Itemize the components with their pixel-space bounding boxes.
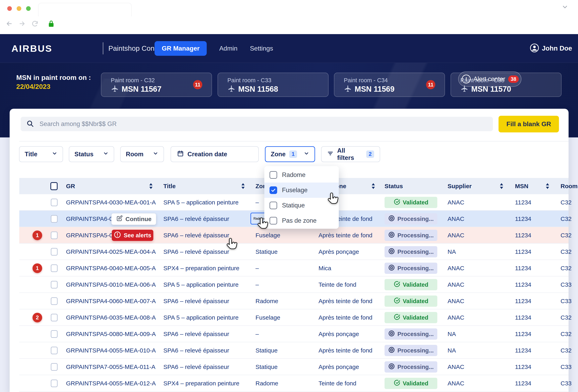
tab-gr-manager[interactable]: GR Manager: [154, 41, 207, 56]
filter-all-filters-button[interactable]: All filters 2: [321, 146, 380, 162]
close-window-icon[interactable]: [7, 6, 12, 11]
supplier-value: ANAC: [447, 276, 464, 293]
gr-id[interactable]: GRPAINTSPA5-005: [66, 227, 119, 244]
row-checkbox[interactable]: [51, 359, 58, 375]
zone-value: –: [255, 260, 259, 276]
room-value: C33: [561, 375, 572, 392]
checkbox[interactable]: [270, 202, 277, 209]
maximize-window-icon[interactable]: [26, 6, 31, 11]
paint-room-label: Paint room - C33: [227, 77, 271, 84]
zone-value: Statique: [255, 359, 278, 375]
filter-status-label: Status: [74, 151, 94, 158]
room-value: C32: [561, 260, 572, 276]
gr-id[interactable]: GRPAINTSPA5-0080-MEA-009-A: [66, 326, 156, 342]
row-checkbox[interactable]: [51, 342, 58, 359]
filter-room-button[interactable]: Room: [120, 146, 164, 162]
checkbox[interactable]: [270, 217, 277, 224]
table-row[interactable]: GRPAINTSPA5-0080-MEA-009-ASPA6 – relevé …: [19, 326, 569, 342]
back-arrow-icon[interactable]: [6, 20, 13, 28]
reload-icon[interactable]: [31, 20, 39, 28]
row-checkbox[interactable]: [51, 227, 58, 244]
sort-msn[interactable]: [546, 178, 549, 194]
gr-id[interactable]: GRPAINTSPA4-0030-MEA-001-A: [66, 194, 156, 211]
milestone-value: Après teinte de fond: [319, 309, 373, 326]
gr-id[interactable]: GRPAINTSPA4-0060-MEA-007-A: [66, 293, 156, 309]
app-navbar: AIRBUS Paintshop Control Box GR Manager …: [0, 34, 578, 63]
zone-option-pas-de-zone[interactable]: Pas de zone: [264, 213, 339, 228]
filter-creation-date-button[interactable]: Creation date: [171, 146, 259, 162]
row-checkbox[interactable]: [51, 276, 58, 293]
paint-room-card[interactable]: Paint room - C32MSN 1156711: [101, 73, 212, 97]
table-row[interactable]: GRPAINTSPA4-0055-MEA-012-ASPX4 – prepara…: [19, 375, 569, 392]
gr-id[interactable]: GRPAINTSPA6-00: [66, 211, 116, 227]
gr-id[interactable]: GRPAINTSPA6-0035-MEA-008-A: [66, 309, 156, 326]
browser-tab[interactable]: [38, 3, 132, 16]
forward-arrow-icon[interactable]: [18, 20, 26, 28]
row-checkbox[interactable]: [51, 244, 58, 260]
minimize-window-icon[interactable]: [17, 6, 21, 11]
tab-settings[interactable]: Settings: [250, 45, 273, 52]
continue-button[interactable]: Continue: [111, 213, 156, 225]
filter-all-filters-label: All filters: [337, 147, 363, 162]
row-checkbox[interactable]: [51, 309, 58, 326]
status-badge: Processing...: [385, 262, 437, 274]
row-checkbox[interactable]: [51, 194, 58, 211]
table-row[interactable]: GRPAINTSPA4-0060-MEA-007-ASPA6 – relevé …: [19, 293, 569, 309]
room-value: C32: [561, 342, 572, 359]
gr-id[interactable]: GRPAINTSPA4-0025-MEA-004-A: [66, 244, 156, 260]
table-row[interactable]: GRPAINTSPA7-0055-MEA-011-ASPA6 – relevé …: [19, 359, 569, 375]
supplier-value: ANAC: [447, 211, 464, 227]
sort-title[interactable]: [241, 178, 245, 194]
chevron-down-icon[interactable]: [562, 4, 568, 11]
user-menu[interactable]: John Doe: [530, 34, 572, 63]
tab-admin[interactable]: Admin: [219, 45, 238, 52]
row-checkbox[interactable]: [51, 260, 58, 276]
row-checkbox[interactable]: [51, 211, 58, 227]
table-row[interactable]: 1GRPAINTSPA5-005SPA6 – relevé épaisseurF…: [19, 227, 569, 244]
checkbox[interactable]: [270, 186, 277, 194]
gr-id[interactable]: GRPAINTSPA4-0055-MEA-010-A: [66, 342, 156, 359]
status-badge: Validated: [385, 378, 437, 389]
milestone-value: Après ponçage: [319, 326, 359, 342]
row-checkbox[interactable]: [51, 326, 58, 342]
gr-id[interactable]: GRPAINTSPA7-0055-MEA-011-A: [66, 359, 155, 375]
milestone-value: Après teinte de fond: [319, 227, 373, 244]
fill-blank-gr-button[interactable]: Fill a blank GR: [498, 116, 559, 132]
gr-id[interactable]: GRPAINTSPA5-0010-MEA-006-A: [66, 276, 156, 293]
filter-creation-date-label: Creation date: [188, 151, 227, 158]
checkbox[interactable]: [270, 171, 277, 179]
user-name: John Doe: [542, 44, 572, 52]
search-bar[interactable]: [21, 117, 493, 131]
row-checkbox[interactable]: [51, 375, 58, 392]
gr-title: SPA6 – relevé épaisseur: [163, 211, 229, 227]
supplier-value: NA: [447, 342, 456, 359]
table-row[interactable]: GRPAINTSPA5-0010-MEA-006-ASPA 5 – applic…: [19, 276, 569, 293]
window-controls[interactable]: [7, 6, 31, 11]
alert-center-button[interactable]: ! Alert center 38: [458, 71, 521, 87]
supplier-value: ANAC: [447, 293, 464, 309]
table-row[interactable]: GRPAINTSPA4-0025-MEA-004-ASPA6 – relevé …: [19, 244, 569, 260]
gr-id[interactable]: GRPAINTSPA4-0055-MEA-012-A: [66, 375, 156, 392]
paint-room-card[interactable]: Paint room - C33MSN 11568: [218, 73, 329, 97]
filter-title-button[interactable]: Title: [19, 146, 63, 162]
table-row[interactable]: GRPAINTSPA4-0055-MEA-010-ASPA6 – relevé …: [19, 342, 569, 359]
table-row[interactable]: 1GRPAINTSPA6-0040-MEA-005-ASPX4 – prepar…: [19, 260, 569, 276]
row-checkbox[interactable]: [51, 293, 58, 309]
gr-title: SPA6 – relevé épaisseur: [163, 326, 229, 342]
table-row[interactable]: 2GRPAINTSPA6-0035-MEA-008-ASPA 5 – appli…: [19, 309, 569, 326]
filter-status-button[interactable]: Status: [69, 146, 114, 162]
check-circle-icon: [393, 198, 400, 207]
paint-room-card[interactable]: Paint room - C34MSN 1156911: [334, 73, 445, 97]
search-input[interactable]: [39, 120, 487, 128]
sort-supplier[interactable]: [500, 178, 503, 194]
gr-id[interactable]: GRPAINTSPA6-0040-MEA-005-A: [66, 260, 156, 276]
sort-gr[interactable]: [149, 178, 152, 194]
sort-milestone[interactable]: [372, 178, 375, 194]
select-all-checkbox[interactable]: [50, 178, 58, 194]
see-alerts-button[interactable]: See alerts: [112, 230, 153, 241]
browser-chrome: [0, 0, 578, 34]
filter-zone-button[interactable]: Zone 1: [265, 146, 315, 162]
zone-option-label: Fuselage: [282, 187, 308, 194]
zone-option-radome[interactable]: Radome: [264, 167, 339, 182]
col-header-title: Title: [163, 178, 176, 194]
